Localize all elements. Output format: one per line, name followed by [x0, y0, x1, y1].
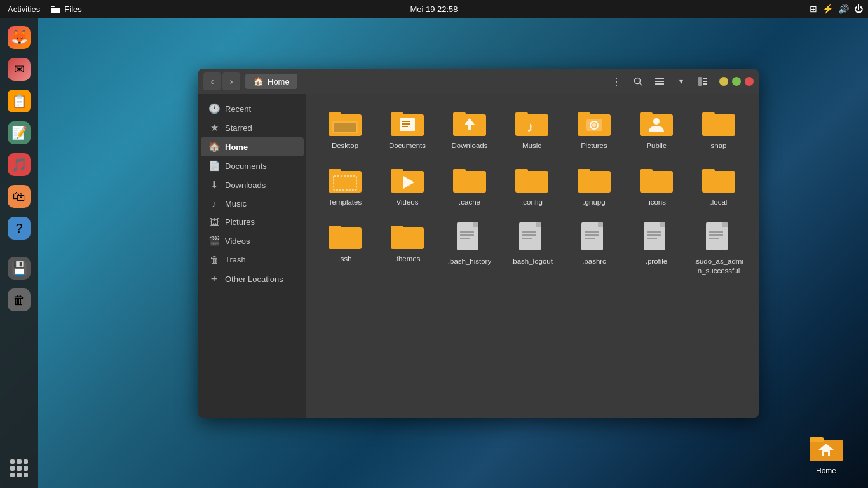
svg-rect-7 [824, 452, 828, 456]
profile-file-icon [642, 222, 670, 254]
sidebar-item-trash[interactable]: 🗑 Trash [201, 250, 304, 269]
file-item-bash-history[interactable]: .bash_history [441, 217, 498, 281]
bluetooth-icon[interactable]: ⚡ [822, 4, 833, 14]
power-icon[interactable]: ⏻ [854, 4, 863, 14]
file-item-snap[interactable]: snap [690, 104, 747, 156]
desktop-home-icon [810, 433, 843, 464]
sidebar-item-downloads[interactable]: ⬇ Downloads [201, 175, 304, 194]
dock: 🦊 ✉ 📋 📝 🎵 🛍 ? � [0, 18, 38, 488]
music-folder-icon: ♪ [515, 109, 548, 139]
templates-folder-icon [329, 166, 362, 195]
search-button[interactable] [629, 72, 647, 90]
dock-item-backup[interactable]: 💾 [4, 254, 34, 283]
list-view-button[interactable] [651, 72, 668, 90]
file-item-music[interactable]: ♪ Music [503, 104, 560, 156]
topbar-app-name: Files [64, 4, 81, 14]
activities-button[interactable]: Activities [5, 4, 43, 14]
breadcrumb[interactable]: 🏠 Home [245, 74, 297, 89]
svg-rect-80 [585, 234, 599, 236]
sidebar-item-music[interactable]: ♪ Music [201, 194, 304, 213]
themes-folder-icon [391, 222, 424, 252]
file-item-downloads[interactable]: Downloads [441, 104, 498, 156]
sidebar-item-recent[interactable]: 🕐 Recent [201, 99, 304, 118]
svg-rect-90 [722, 222, 728, 227]
volume-icon[interactable]: 🔊 [838, 4, 849, 14]
svg-rect-73 [522, 231, 536, 233]
maximize-button[interactable] [732, 77, 741, 86]
dock-item-mail[interactable]: ✉ [4, 55, 34, 84]
file-item-config[interactable]: .config [503, 161, 560, 212]
dock-item-trash[interactable]: 🗑 [4, 285, 34, 315]
back-button[interactable]: ‹ [203, 72, 221, 90]
sidebar-item-pictures[interactable]: 🖼 Pictures [201, 213, 304, 231]
dock-separator [10, 248, 29, 248]
svg-rect-21 [334, 123, 356, 132]
file-item-videos[interactable]: Videos [379, 161, 436, 212]
bash-history-label: .bash_history [448, 257, 491, 266]
sidebar-item-starred[interactable]: ★ Starred [201, 118, 304, 137]
svg-rect-85 [647, 231, 661, 233]
svg-rect-10 [655, 78, 664, 79]
dock-item-sticky[interactable]: 📋 [4, 86, 34, 116]
network-icon[interactable]: ⊞ [810, 4, 817, 14]
file-item-desktop[interactable]: Desktop [316, 104, 374, 156]
ssh-folder-icon [329, 222, 362, 252]
file-item-documents[interactable]: Documents [379, 104, 436, 156]
dock-item-app-grid[interactable] [4, 454, 34, 483]
dock-item-notes[interactable]: 📝 [4, 118, 34, 147]
pictures-icon: 🖼 [208, 217, 220, 227]
file-item-icons[interactable]: .icons [628, 161, 685, 212]
svg-text:♪: ♪ [527, 119, 534, 135]
file-item-gnupg[interactable]: .gnupg [566, 161, 623, 212]
desktop-folder-icon [329, 109, 362, 139]
sudo-admin-file-icon [705, 222, 733, 254]
file-item-themes[interactable]: .themes [379, 217, 436, 281]
svg-rect-84 [660, 222, 665, 227]
view-options-button[interactable]: ▾ [672, 72, 690, 90]
sidebar-item-documents[interactable]: 📄 Documents [201, 156, 304, 175]
desktop-home-folder[interactable]: Home [810, 433, 843, 475]
menu-button[interactable]: ⋮ [607, 72, 625, 90]
svg-rect-79 [585, 231, 599, 233]
sidebar-item-other[interactable]: + Other Locations [201, 269, 304, 290]
titlebar-actions: ⋮ ▾ [607, 72, 712, 90]
file-item-sudo-admin[interactable]: .sudo_as_admin_successful [690, 217, 747, 281]
search-icon [633, 76, 643, 86]
forward-button[interactable]: › [222, 72, 240, 90]
svg-rect-56 [640, 171, 673, 193]
dock-item-rhythmbox[interactable]: 🎵 [4, 150, 34, 179]
sidebar-recent-label: Recent [225, 104, 251, 114]
file-item-public[interactable]: Public [628, 104, 685, 156]
file-item-pictures[interactable]: Pictures [566, 104, 623, 156]
file-item-cache[interactable]: .cache [441, 161, 498, 212]
minimize-button[interactable] [719, 77, 728, 86]
sidebar-item-home[interactable]: 🏠 Home [201, 137, 304, 156]
svg-rect-32 [515, 112, 528, 117]
dock-item-ubuntu-software[interactable]: 🛍 [4, 182, 34, 211]
svg-rect-43 [702, 112, 715, 117]
sidebar-toggle-button[interactable] [694, 72, 712, 90]
svg-rect-29 [453, 112, 466, 117]
desktop-home-label: Home [816, 466, 836, 475]
svg-rect-27 [402, 126, 408, 127]
svg-rect-51 [453, 169, 466, 173]
close-button[interactable] [745, 77, 754, 86]
pictures-folder-icon [578, 109, 611, 139]
svg-point-38 [592, 123, 596, 127]
dock-item-firefox[interactable]: 🦊 [4, 23, 34, 52]
file-item-bashrc[interactable]: .bashrc [566, 217, 623, 281]
file-item-templates[interactable]: Templates [316, 161, 374, 212]
file-item-profile[interactable]: .profile [628, 217, 685, 281]
file-item-local[interactable]: .local [690, 161, 747, 212]
sidebar-item-videos[interactable]: 🎬 Videos [201, 231, 304, 250]
sidebar-trash-label: Trash [225, 255, 246, 264]
bash-logout-file-icon [518, 222, 546, 254]
svg-rect-4 [810, 437, 824, 442]
downloads-folder-icon [453, 109, 486, 139]
music-icon: ♪ [208, 198, 220, 209]
svg-rect-63 [391, 226, 403, 230]
file-item-ssh[interactable]: .ssh [316, 217, 374, 281]
file-item-bash-logout[interactable]: .bash_logout [503, 217, 560, 281]
svg-rect-35 [578, 112, 590, 117]
dock-item-help[interactable]: ? [4, 214, 34, 243]
